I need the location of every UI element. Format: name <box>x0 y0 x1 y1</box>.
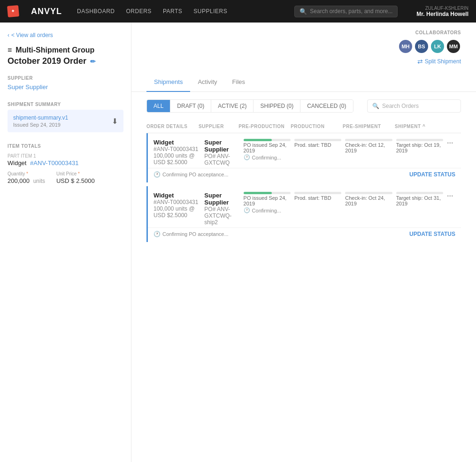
clock-icon-3: 🕐 <box>244 207 250 213</box>
row2-pre-ship-text: Check-in: Oct 24, 2019 <box>345 195 392 206</box>
global-search[interactable]: 🔍 <box>294 6 398 17</box>
nav-dashboard[interactable]: DASHBOARD <box>77 8 115 15</box>
row2-update-status[interactable]: UPDATE STATUS <box>409 231 455 237</box>
row2-confirming-label: 🕐 Confirming PO acceptance... <box>154 231 229 237</box>
supplier-link[interactable]: Super Supplier <box>8 83 123 91</box>
row1-ship-text: Target ship: Oct 19, 2019 <box>396 142 443 153</box>
supplier-label: SUPPLIER <box>8 76 123 81</box>
quantity-label: Quantity * <box>8 171 45 176</box>
row2-pre-shipment: Check-in: Oct 24, 2019 <box>345 192 392 206</box>
group-title: Multi-Shipment Group <box>15 46 94 54</box>
row1-dots[interactable]: ··· <box>447 139 461 147</box>
row2-ship-text: Target ship: Oct 31, 2019 <box>396 195 443 206</box>
header-supplier: SUPPLIER <box>199 124 235 129</box>
main-content: COLLABORATORS MH BS LK MM ⇄ Split Shipme… <box>131 23 476 462</box>
nav-parts[interactable]: PARTS <box>163 8 182 15</box>
row2-order-qty: 100,000 units @ USD $2.5000 <box>154 205 200 219</box>
row1-production: Prod. start: TBD <box>294 139 341 148</box>
row2-prod-text: Prod. start: TBD <box>294 195 341 201</box>
row1-pre-prod-sub: 🕐 Confirming... <box>244 154 291 160</box>
part-label: Part Item 1 <box>8 153 123 159</box>
nav-orders[interactable]: ORDERS <box>126 8 152 15</box>
order-name: October 2019 Order <box>8 56 86 66</box>
filter-bar: ALL DRAFT (0) ACTIVE (2) SHIPPED (0) CAN… <box>131 92 476 120</box>
filter-active[interactable]: ACTIVE (2) <box>211 100 253 112</box>
avatar-group: MH BS LK MM <box>398 39 461 54</box>
avatar-mm[interactable]: MM <box>446 39 461 54</box>
user-name: Mr. Herlinda Howell <box>416 11 468 17</box>
row2-shipment: Target ship: Oct 31, 2019 <box>396 192 443 206</box>
table-header: ORDER DETAILS SUPPLIER PRE-PRODUCTION PR… <box>146 120 461 133</box>
tab-shipments[interactable]: Shipments <box>146 73 190 92</box>
download-icon[interactable]: ⬇ <box>112 117 118 126</box>
user-company: ZULAUF-KSHLERIN <box>425 6 468 11</box>
shipment-summary-box: shipment-summary.v1 Issued Sep 24, 2019 … <box>8 110 123 132</box>
row2-pre-prod-text: PO issued Sep 24, 2019 <box>244 195 291 206</box>
clock-icon: 🕐 <box>244 154 250 160</box>
back-link[interactable]: ‹ < View all orders <box>8 32 123 38</box>
shipment-file-name[interactable]: shipment-summary.v1 <box>13 114 68 121</box>
avatar-mh[interactable]: MH <box>398 39 413 54</box>
quantity-value: 200,000 units <box>8 177 45 184</box>
filter-canceled[interactable]: CANCELED (0) <box>300 100 353 112</box>
row1-update-status[interactable]: UPDATE STATUS <box>409 171 455 178</box>
row1-prod-text: Prod. start: TBD <box>294 142 341 148</box>
row1-shipment: Target ship: Oct 19, 2019 <box>396 139 443 153</box>
row2-pre-prod-sub: 🕐 Confirming... <box>244 207 291 213</box>
orders-search[interactable]: 🔍 <box>367 99 461 113</box>
group-title-row: ≡ Multi-Shipment Group <box>8 46 123 54</box>
filter-all[interactable]: ALL <box>147 100 170 112</box>
row2-supplier-name: Super Supplier <box>204 192 239 206</box>
header-pre-shipment: PRE-SHIPMENT <box>343 124 391 129</box>
qty-price-row: Quantity * 200,000 units Unit Price * US… <box>8 171 123 184</box>
row2-order-details: Widget #ANV-T00003431 100,000 units @ US… <box>154 192 200 219</box>
shipment-summary-label: SHIPMENT SUMMARY <box>8 102 123 107</box>
header-pre-production: PRE-PRODUCTION <box>238 124 287 129</box>
part-link[interactable]: #ANV-T00003431 <box>30 159 78 167</box>
item-totals-label: ITEM TOTALS <box>8 144 123 149</box>
back-link-label[interactable]: < View all orders <box>11 32 53 38</box>
row2-confirming-row: 🕐 Confirming PO acceptance... UPDATE STA… <box>148 228 461 242</box>
clock-icon-4: 🕐 <box>154 231 161 237</box>
filter-draft[interactable]: DRAFT (0) <box>170 100 211 112</box>
back-icon: ‹ <box>8 32 9 38</box>
part-name: Widget #ANV-T00003431 <box>8 159 123 167</box>
tab-activity[interactable]: Activity <box>190 73 224 92</box>
shipment-summary-info: shipment-summary.v1 Issued Sep 24, 2019 <box>13 114 68 128</box>
unit-price-value: USD $ 2.5000 <box>56 177 95 184</box>
nav-suppliers[interactable]: SUPPLIERS <box>193 8 227 15</box>
tab-files[interactable]: Files <box>225 73 253 92</box>
row2-po-num: PO# ANV-GXTCWQ-ship2 <box>204 206 239 226</box>
header-production: PRODUCTION <box>291 124 339 129</box>
row1-confirming-label: 🕐 Confirming PO acceptance... <box>154 171 229 178</box>
order-name-row: October 2019 Order ✏ <box>8 56 123 66</box>
row1-pre-ship-text: Check-in: Oct 12, 2019 <box>345 142 392 153</box>
split-icon: ⇄ <box>417 58 423 65</box>
clock-icon-2: 🕐 <box>154 171 161 178</box>
row1-pre-prod-text: PO issued Sep 24, 2019 <box>244 142 291 153</box>
table-row-1: Widget #ANV-T00003431 100,000 units @ US… <box>146 133 461 182</box>
search-icon: 🔍 <box>299 8 307 15</box>
shipments-table: ORDER DETAILS SUPPLIER PRE-PRODUCTION PR… <box>131 120 476 242</box>
avatar-bs[interactable]: BS <box>414 39 429 54</box>
nav-logo: ANVYL <box>31 7 62 16</box>
split-shipment-button[interactable]: ⇄ Split Shipment <box>417 58 461 65</box>
user-menu[interactable]: ZULAUF-KSHLERIN Mr. Herlinda Howell <box>416 6 468 17</box>
orders-search-icon: 🔍 <box>372 103 379 109</box>
row2-order-title: Widget <box>154 192 200 199</box>
edit-icon[interactable]: ✏ <box>90 58 96 65</box>
collaborators-label: COLLABORATORS <box>415 30 461 35</box>
search-input[interactable] <box>310 8 392 15</box>
filter-tabs: ALL DRAFT (0) ACTIVE (2) SHIPPED (0) CAN… <box>146 99 353 113</box>
avatar-lk[interactable]: LK <box>430 39 445 54</box>
header-actions <box>447 124 461 129</box>
row1-order-id: #ANV-T00003431 <box>154 146 200 152</box>
row1-pre-shipment: Check-in: Oct 12, 2019 <box>345 139 392 153</box>
quantity-group: Quantity * 200,000 units <box>8 171 45 184</box>
orders-search-input[interactable] <box>382 103 456 109</box>
logo-badge: ✦ <box>7 5 19 17</box>
filter-shipped[interactable]: SHIPPED (0) <box>253 100 300 112</box>
row1-order-details: Widget #ANV-T00003431 100,000 units @ US… <box>154 139 200 166</box>
row2-dots[interactable]: ··· <box>447 192 461 200</box>
group-icon: ≡ <box>8 46 12 54</box>
